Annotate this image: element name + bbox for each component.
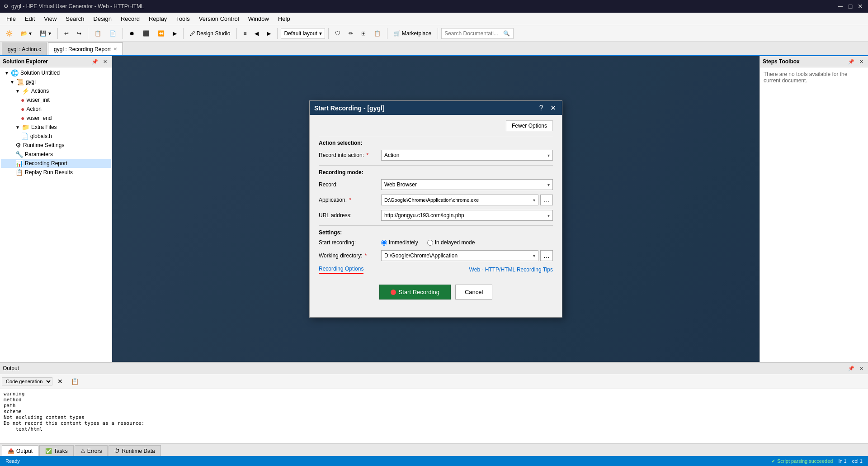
menu-help[interactable]: Help: [274, 14, 295, 24]
copy-button[interactable]: 📋: [91, 27, 104, 40]
tree-item-replay-results[interactable]: 📋 Replay Run Results: [1, 168, 111, 177]
bottom-tab-errors[interactable]: ⚠ Errors: [75, 445, 108, 456]
recording-tips-link[interactable]: Web - HTTP/HTML Recording Tips: [469, 266, 553, 273]
close-button[interactable]: ✕: [856, 2, 864, 10]
expand-arrow[interactable]: ▼: [5, 71, 9, 76]
nav-fwd-button[interactable]: ▶: [264, 27, 274, 40]
play-button[interactable]: ▶: [170, 27, 180, 40]
grid-button[interactable]: ⊞: [358, 27, 369, 40]
fewer-options-button[interactable]: Fewer Options: [506, 120, 553, 131]
tab-close-recording-report[interactable]: ✕: [113, 47, 117, 52]
output-line: path: [4, 403, 864, 409]
start-recording-label: Start recording:: [319, 239, 377, 246]
immediately-radio-label[interactable]: Immediately: [381, 239, 418, 246]
expand-arrow[interactable]: ▼: [15, 125, 20, 130]
menu-window[interactable]: Window: [244, 14, 274, 24]
toolbox-close[interactable]: ✕: [857, 57, 865, 66]
action-file-icon: ●: [21, 96, 24, 104]
record-select[interactable]: Web Browser ▾: [381, 179, 553, 190]
tree-item-vuser-init[interactable]: ● vuser_init: [1, 95, 111, 105]
application-select[interactable]: D:\Google\Chrome\Application\chrome.exe …: [381, 195, 538, 205]
bottom-tab-tasks[interactable]: ✅ Tasks: [39, 445, 74, 456]
output-pin[interactable]: 📌: [847, 364, 855, 372]
search-input[interactable]: [444, 30, 503, 37]
window-title: gygl - HPE Virtual User Generator - Web …: [11, 3, 144, 10]
dialog-help-button[interactable]: ?: [537, 104, 546, 112]
docs-button[interactable]: 📋: [371, 27, 384, 40]
start-recording-button[interactable]: Start Recording: [379, 285, 451, 300]
menu-search[interactable]: Search: [61, 14, 89, 24]
tree-item-gygl[interactable]: ▼ 📜 gygl: [1, 77, 111, 86]
expand-arrow[interactable]: ▼: [10, 80, 14, 85]
working-dir-select[interactable]: D:\Google\Chrome\Application ▾: [381, 250, 538, 261]
pen-button[interactable]: ✏: [345, 27, 356, 40]
record-into-action-row: Record into action: * Action ▾: [319, 150, 553, 161]
tree-item-action[interactable]: ● Action: [1, 105, 111, 114]
expand-arrow[interactable]: ▼: [15, 89, 20, 94]
menu-version-control[interactable]: Version Control: [194, 14, 244, 24]
shield-button[interactable]: 🛡: [332, 27, 344, 40]
menu-file[interactable]: File: [2, 14, 20, 24]
output-mode-select[interactable]: Code generation: [2, 377, 52, 385]
tree-item-parameters[interactable]: 🔧 Parameters: [1, 150, 111, 159]
output-copy-button[interactable]: 📋: [68, 375, 82, 388]
rewind-button[interactable]: ⏪: [155, 27, 168, 40]
menu-edit[interactable]: Edit: [20, 14, 39, 24]
tab-recording-report[interactable]: gygl : Recording Report ✕: [48, 43, 123, 55]
minimize-button[interactable]: ─: [836, 2, 844, 10]
tree-item-runtime-settings[interactable]: ⚙ Runtime Settings: [1, 141, 111, 150]
default-layout-dropdown[interactable]: Default layout ▾: [281, 28, 325, 39]
output-clear-button[interactable]: ✕: [54, 375, 66, 388]
dialog-body: Fewer Options Action selection: Record i…: [310, 115, 562, 317]
record-into-action-select[interactable]: Action ▾: [381, 150, 553, 161]
cancel-button[interactable]: Cancel: [455, 285, 492, 300]
menu-tools[interactable]: Tools: [171, 14, 194, 24]
tree-item-extra-files[interactable]: ▼ 📁 Extra Files: [1, 123, 111, 132]
application-browse-button[interactable]: …: [540, 195, 553, 205]
solution-explorer-pin[interactable]: 📌: [91, 57, 99, 66]
immediately-radio[interactable]: [381, 240, 387, 246]
menu-design[interactable]: Design: [89, 14, 116, 24]
tree-label: gygl: [26, 79, 36, 85]
save-button[interactable]: 💾 ▾: [37, 27, 54, 40]
record-button[interactable]: ⏺: [126, 27, 138, 40]
recording-options-link[interactable]: Recording Options: [319, 266, 363, 274]
bottom-tab-output[interactable]: 📤 Output: [2, 445, 38, 456]
tree-item-actions[interactable]: ▼ ⚡ Actions: [1, 86, 111, 95]
dialog-close-button[interactable]: ✕: [548, 104, 557, 112]
url-select[interactable]: http://gongyu.c193.com/login.php ▾: [381, 210, 553, 221]
menu-replay[interactable]: Replay: [144, 14, 171, 24]
stop-button[interactable]: ⬛: [140, 27, 153, 40]
menu-record[interactable]: Record: [116, 14, 144, 24]
search-box[interactable]: 🔍: [441, 28, 514, 39]
tab-action[interactable]: gygl : Action.c: [2, 43, 47, 55]
paste-button[interactable]: 📄: [106, 27, 119, 40]
tasks-tab-icon: ✅: [45, 448, 52, 454]
delayed-radio-label[interactable]: In delayed mode: [427, 239, 475, 246]
view-options-button[interactable]: ≡: [240, 27, 250, 40]
redo-button[interactable]: ↪: [74, 27, 85, 40]
output-line: text/html: [4, 426, 864, 432]
marketplace-button[interactable]: 🛒 Marketplace: [391, 27, 434, 40]
delayed-radio[interactable]: [427, 240, 433, 246]
open-button[interactable]: 📂 ▾: [18, 27, 35, 40]
working-dir-browse-button[interactable]: …: [540, 250, 553, 261]
undo-button[interactable]: ↩: [61, 27, 72, 40]
working-dir-label: Working directory: *: [319, 252, 377, 259]
tab-bar: gygl : Action.c gygl : Recording Report …: [0, 42, 868, 56]
tree-item-globals[interactable]: 📄 globals.h: [1, 132, 111, 141]
nav-back-button[interactable]: ◀: [251, 27, 262, 40]
new-button[interactable]: 🔆: [3, 27, 16, 40]
tree-item-solution[interactable]: ▼ 🌐 Solution Untitled: [1, 68, 111, 77]
solution-explorer-close[interactable]: ✕: [101, 57, 109, 66]
header-file-icon: 📄: [21, 133, 28, 140]
tree-item-recording-report[interactable]: 📊 Recording Report: [1, 159, 111, 168]
design-studio-button[interactable]: 🖊 Design Studio: [187, 27, 234, 40]
output-close[interactable]: ✕: [857, 364, 865, 372]
menu-view[interactable]: View: [39, 14, 61, 24]
tree-item-vuser-end[interactable]: ● vuser_end: [1, 114, 111, 123]
toolbox-pin[interactable]: 📌: [847, 57, 855, 66]
errors-tab-icon: ⚠: [80, 448, 85, 454]
restore-button[interactable]: □: [846, 2, 854, 10]
bottom-tab-runtime[interactable]: ⏱ Runtime Data: [108, 445, 160, 456]
